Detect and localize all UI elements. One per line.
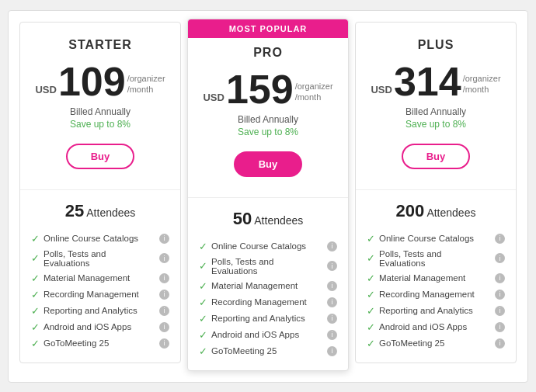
feature-text-plus-6: GoToMeeting 25	[379, 338, 489, 348]
info-icon-pro-1[interactable]: i	[327, 261, 337, 271]
feature-text-pro-0: Online Course Catalogs	[211, 241, 322, 251]
check-icon-starter-3: ✓	[31, 289, 40, 300]
price-currency-pro: USD	[203, 92, 224, 103]
info-icon-plus-5[interactable]: i	[495, 322, 505, 332]
attendees-count-starter: 25	[65, 201, 84, 220]
price-suffix-pro: /organizer/month	[295, 81, 333, 103]
info-icon-plus-6[interactable]: i	[495, 338, 505, 349]
feature-item-plus-0: ✓ Online Course Catalogs i	[367, 231, 505, 247]
check-icon-plus-3: ✓	[367, 289, 375, 300]
buy-button-starter[interactable]: Buy	[66, 144, 135, 169]
feature-item-pro-6: ✓ GoToMeeting 25 i	[199, 343, 337, 359]
buy-button-plus[interactable]: Buy	[402, 144, 471, 169]
info-icon-plus-3[interactable]: i	[495, 290, 505, 300]
feature-list-starter: ✓ Online Course Catalogs i ✓ Polls, Test…	[28, 231, 172, 352]
info-icon-starter-5[interactable]: i	[159, 322, 169, 332]
check-icon-starter-0: ✓	[31, 233, 40, 245]
feature-text-plus-5: Android and iOS Apps	[379, 322, 489, 331]
plan-card-starter: STARTER USD 109 /organizer/month Billed …	[19, 22, 181, 363]
feature-text-plus-3: Recording Management	[379, 290, 489, 299]
feature-list-plus: ✓ Online Course Catalogs i ✓ Polls, Test…	[364, 231, 508, 352]
feature-text-plus-2: Material Management	[379, 273, 489, 283]
buy-button-pro[interactable]: Buy	[234, 151, 303, 177]
info-icon-starter-1[interactable]: i	[159, 253, 169, 263]
plan-header-starter: STARTER USD 109 /organizer/month Billed …	[20, 23, 180, 189]
attendees-count-plus: 200	[396, 201, 425, 220]
feature-item-plus-2: ✓ Material Management i	[367, 270, 505, 286]
check-icon-plus-5: ✓	[367, 321, 375, 333]
price-row-starter: USD 109 /organizer/month	[28, 61, 172, 102]
feature-item-starter-3: ✓ Recording Management i	[31, 286, 169, 303]
info-icon-starter-2[interactable]: i	[159, 273, 169, 283]
plan-header-plus: PLUS USD 314 /organizer/month Billed Ann…	[356, 23, 516, 189]
check-icon-plus-6: ✓	[367, 338, 375, 349]
check-icon-starter-6: ✓	[31, 338, 40, 349]
attendees-starter: 25 Attendees	[28, 201, 172, 221]
check-icon-plus-2: ✓	[367, 272, 375, 284]
check-icon-plus-4: ✓	[367, 305, 375, 317]
plan-features-pro: 50 Attendees ✓ Online Course Catalogs i …	[188, 198, 348, 370]
price-amount-starter: 109	[58, 61, 126, 102]
plan-name-plus: PLUS	[364, 38, 508, 52]
billed-annually-plus: Billed Annually	[364, 106, 508, 117]
plan-name-starter: STARTER	[28, 38, 172, 52]
feature-item-pro-3: ✓ Recording Management i	[199, 294, 337, 310]
info-icon-plus-0[interactable]: i	[495, 234, 505, 244]
billed-annually-pro: Billed Annually	[196, 114, 340, 125]
check-icon-pro-5: ✓	[199, 329, 207, 341]
info-icon-starter-0[interactable]: i	[159, 234, 169, 244]
price-suffix-starter: /organizer/month	[127, 73, 165, 95]
info-icon-pro-6[interactable]: i	[327, 346, 337, 356]
feature-text-pro-2: Material Management	[211, 281, 322, 290]
feature-item-pro-4: ✓ Reporting and Analytics i	[199, 310, 337, 327]
plan-card-plus: PLUS USD 314 /organizer/month Billed Ann…	[355, 22, 517, 363]
feature-text-pro-4: Reporting and Analytics	[211, 314, 322, 323]
feature-text-pro-3: Recording Management	[211, 297, 322, 307]
price-amount-plus: 314	[394, 61, 461, 102]
feature-item-plus-3: ✓ Recording Management i	[367, 286, 505, 303]
info-icon-pro-2[interactable]: i	[327, 281, 337, 291]
save-text-plus: Save up to 8%	[364, 119, 508, 130]
info-icon-plus-1[interactable]: i	[495, 253, 505, 263]
check-icon-pro-3: ✓	[199, 297, 207, 308]
feature-item-starter-4: ✓ Reporting and Analytics i	[31, 303, 169, 319]
price-row-pro: USD 159 /organizer/month	[196, 69, 340, 109]
check-icon-starter-1: ✓	[31, 252, 40, 264]
info-icon-pro-4[interactable]: i	[327, 314, 337, 324]
feature-item-starter-5: ✓ Android and iOS Apps i	[31, 319, 169, 335]
price-currency-starter: USD	[35, 84, 56, 95]
feature-text-plus-0: Online Course Catalogs	[379, 234, 489, 243]
feature-text-starter-5: Android and iOS Apps	[44, 322, 154, 331]
feature-item-pro-1: ✓ Polls, Tests and Evaluations i	[199, 255, 337, 278]
plan-features-starter: 25 Attendees ✓ Online Course Catalogs i …	[20, 190, 180, 363]
feature-text-starter-1: Polls, Tests and Evaluations	[44, 249, 154, 268]
info-icon-plus-4[interactable]: i	[495, 306, 505, 316]
check-icon-plus-0: ✓	[367, 233, 375, 245]
info-icon-pro-0[interactable]: i	[327, 241, 337, 252]
feature-item-plus-1: ✓ Polls, Tests and Evaluations i	[367, 247, 505, 270]
feature-item-pro-2: ✓ Material Management i	[199, 278, 337, 294]
plans-wrapper: STARTER USD 109 /organizer/month Billed …	[16, 19, 520, 374]
info-icon-starter-3[interactable]: i	[159, 290, 169, 300]
info-icon-plus-2[interactable]: i	[495, 273, 505, 283]
feature-text-pro-1: Polls, Tests and Evaluations	[211, 257, 322, 276]
popular-badge: MOST POPULAR	[188, 19, 348, 38]
info-icon-pro-5[interactable]: i	[327, 330, 337, 340]
feature-item-plus-5: ✓ Android and iOS Apps i	[367, 319, 505, 335]
feature-text-plus-1: Polls, Tests and Evaluations	[379, 249, 489, 268]
price-amount-pro: 159	[226, 69, 294, 109]
feature-text-pro-5: Android and iOS Apps	[211, 330, 322, 339]
plan-card-pro: MOST POPULAR PRO USD 159 /organizer/mont…	[187, 19, 349, 371]
feature-item-pro-5: ✓ Android and iOS Apps i	[199, 327, 337, 343]
attendees-plus: 200 Attendees	[364, 201, 508, 221]
info-icon-starter-6[interactable]: i	[159, 338, 169, 349]
feature-item-pro-0: ✓ Online Course Catalogs i	[199, 238, 337, 255]
price-row-plus: USD 314 /organizer/month	[364, 61, 508, 102]
feature-text-starter-3: Recording Management	[44, 290, 154, 299]
feature-text-starter-2: Material Management	[44, 273, 154, 283]
check-icon-starter-2: ✓	[31, 272, 40, 284]
feature-item-plus-4: ✓ Reporting and Analytics i	[367, 303, 505, 319]
info-icon-pro-3[interactable]: i	[327, 297, 337, 307]
info-icon-starter-4[interactable]: i	[159, 306, 169, 316]
feature-text-starter-4: Reporting and Analytics	[44, 306, 154, 315]
